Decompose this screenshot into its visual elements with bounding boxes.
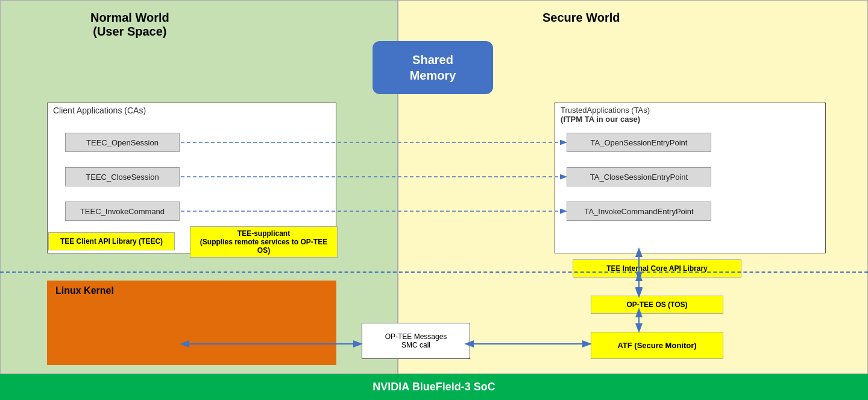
client-app-title: Client Applications (CAs) <box>53 106 146 115</box>
trusted-app-title: TrustedApplications (TAs) (fTPM TA in ou… <box>561 106 650 124</box>
teec-open-session-box: TEEC_OpenSession <box>65 133 180 152</box>
ta-open-session-box: TA_OpenSessionEntryPoint <box>567 133 711 152</box>
atf-label: ATF (Secure Monitor) <box>591 332 723 359</box>
teec-invoke-command-box: TEEC_InvokeCommand <box>65 202 180 221</box>
tee-supplicant-label: TEE-supplicant(Supplies remote services … <box>190 226 338 258</box>
diagram: Normal World (User Space) Secure World S… <box>0 0 868 400</box>
optee-messages-box: OP-TEE MessagesSMC call <box>362 323 470 359</box>
world-divider <box>0 271 868 273</box>
linux-kernel-box: Linux Kernel <box>47 281 336 365</box>
teec-close-session-box: TEEC_CloseSession <box>65 167 180 186</box>
shared-memory-box: SharedMemory <box>373 41 493 94</box>
tee-internal-core-label: TEE Internal Core API Library <box>573 259 741 278</box>
ta-invoke-command-box: TA_InvokeCommandEntryPoint <box>567 202 711 221</box>
secure-world-title: Secure World <box>542 11 620 25</box>
bottom-bar: NVIDIA BlueField-3 SoC <box>0 374 868 400</box>
tee-client-label: TEE Client API Library (TEEC) <box>48 232 175 250</box>
ta-close-session-box: TA_CloseSessionEntryPoint <box>567 167 711 186</box>
normal-world-title: Normal World (User Space) <box>90 11 169 39</box>
op-tee-os-label: OP-TEE OS (TOS) <box>591 296 723 314</box>
